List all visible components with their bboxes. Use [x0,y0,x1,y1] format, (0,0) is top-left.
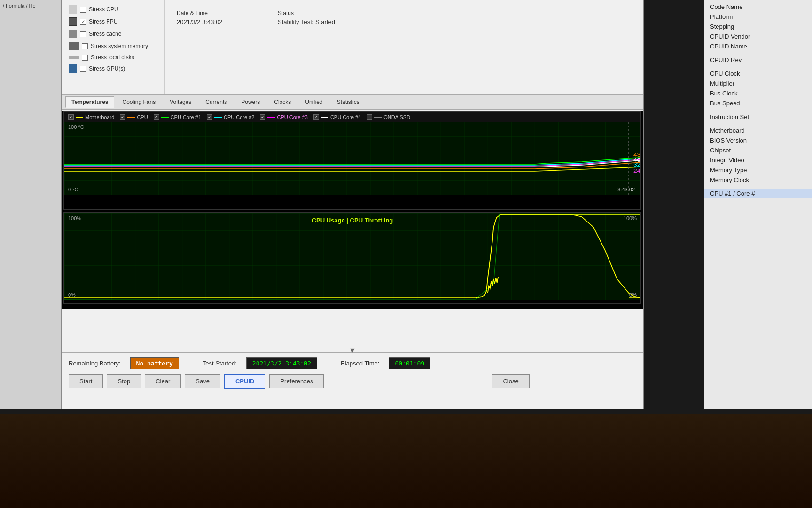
legend-motherboard-check[interactable]: ✓ [68,114,74,120]
clear-button[interactable]: Clear [145,374,181,388]
stress-item-cache[interactable]: Stress cache [69,30,157,38]
legend-cpu-check[interactable]: ✓ [120,114,125,120]
stress-memory-label: Stress system memory [91,43,148,49]
panel-sep5 [704,185,812,189]
panel-chipset: Chipset [704,145,812,155]
legend-cpu-text: CPU [137,114,148,120]
tabs-bar: Temperatures Cooling Fans Voltages Curre… [62,95,643,110]
sidebar-text: / Formula / He [0,0,61,11]
panel-cpuid-name: CPUID Name [704,41,812,51]
test-started-value: 2021/3/2 3:43:02 [246,357,317,369]
panel-multiplier: Multiplier [704,79,812,88]
background-photo [0,414,812,508]
legend-cpu-core2-color [214,117,222,118]
stress-gpu-label: Stress GPU(s) [89,65,125,72]
tab-powers[interactable]: Powers [235,96,266,108]
status-label: Status [278,10,335,16]
temperature-svg: 43 40 32 24 [64,122,640,195]
legend-cpu-core4-text: CPU Core #4 [330,114,361,120]
legend-onda-ssd[interactable]: ONDA SSD [367,114,410,120]
legend-motherboard[interactable]: ✓ Motherboard [68,114,114,120]
legend-cpu-core2-check[interactable]: ✓ [207,114,212,120]
svg-rect-0 [64,122,640,195]
legend-cpu-core4-check[interactable]: ✓ [313,114,319,120]
datetime-value: 2021/3/2 3:43:02 [177,18,632,25]
legend-onda-ssd-check[interactable] [367,114,372,120]
legend-cpu-core4-color [321,117,328,118]
stress-item-gpu[interactable]: Stress GPU(s) [69,64,157,73]
stress-memory-checkbox[interactable] [82,43,88,49]
svg-text:32: 32 [633,162,640,167]
cpuid-button[interactable]: CPUID [224,374,265,389]
tab-cooling-fans[interactable]: Cooling Fans [116,96,162,108]
panel-cpuid-rev: CPUID Rev. [704,55,812,65]
stress-cache-checkbox[interactable] [80,31,86,37]
stop-button[interactable]: Stop [107,374,141,388]
stress-item-fpu[interactable]: ✓ Stress FPU [69,17,157,26]
legend-cpu-core1-check[interactable]: ✓ [154,114,159,120]
svg-rect-6 [64,213,640,300]
tab-unified[interactable]: Unified [299,96,328,108]
legend-onda-ssd-text: ONDA SSD [383,114,410,120]
usage-svg [64,213,640,300]
legend-cpu-core3-check[interactable]: ✓ [260,114,265,120]
stress-disks-checkbox[interactable] [82,55,88,61]
legend-cpu-core3[interactable]: ✓ CPU Core #3 [260,114,307,120]
panel-platform: Platform [704,12,812,22]
stress-cache-icon [69,30,77,38]
usage-chart-container: CPU Usage | CPU Throttling 100% 0% 100% … [63,212,641,304]
stress-item-disks[interactable]: Stress local disks [69,54,157,61]
datetime-status-panel: Date & Time 2021/3/2 3:43:02 [165,0,643,94]
panel-bios-version: BIOS Version [704,135,812,145]
legend-cpu-core1[interactable]: ✓ CPU Core #1 [154,114,201,120]
stress-fpu-label: Stress FPU [89,18,117,25]
tab-clocks[interactable]: Clocks [268,96,297,108]
panel-sep1 [704,51,812,55]
usage-plot: CPU Usage | CPU Throttling 100% 0% 100% … [64,213,640,300]
stress-tests-panel: Stress CPU ✓ Stress FPU Stress cache Str… [62,0,165,94]
stress-cache-label: Stress cache [89,31,121,37]
tab-currents[interactable]: Currents [199,96,233,108]
left-sidebar: / Formula / He [0,0,61,409]
temperature-chart-container: ✓ Motherboard ✓ CPU ✓ CPU Core #1 ✓ [63,111,641,210]
legend-cpu-core1-text: CPU Core #1 [171,114,201,120]
tab-temperatures[interactable]: Temperatures [65,96,114,108]
stress-gpu-checkbox[interactable] [80,66,86,72]
panel-stepping: Stepping [704,22,812,32]
legend-cpu[interactable]: ✓ CPU [120,114,148,120]
svg-text:24: 24 [633,168,640,174]
panel-integr-video: Integr. Video [704,155,812,165]
top-section: Stress CPU ✓ Stress FPU Stress cache Str… [62,0,643,95]
stress-item-memory[interactable]: Stress system memory [69,42,157,50]
stress-cpu-checkbox[interactable] [80,7,86,13]
preferences-button[interactable]: Preferences [269,374,324,388]
panel-motherboard: Motherboard [704,126,812,135]
legend-cpu-core2[interactable]: ✓ CPU Core #2 [207,114,254,120]
status-panel: Status Stability Test: Started [278,10,335,35]
scroll-indicator: ▼ [349,346,356,355]
panel-bus-speed: Bus Speed [704,98,812,108]
legend-motherboard-text: Motherboard [85,114,114,120]
stress-fpu-checkbox[interactable]: ✓ [80,19,86,25]
panel-cpu-core: CPU #1 / Core # [704,189,812,198]
stress-item-cpu[interactable]: Stress CPU [69,5,157,14]
start-button[interactable]: Start [69,374,103,388]
tab-voltages[interactable]: Voltages [164,96,197,108]
charts-area: ✓ Motherboard ✓ CPU ✓ CPU Core #1 ✓ [62,111,643,309]
elapsed-value: 00:01:09 [389,357,430,369]
temperature-plot: 100 °C 0 °C 3:43:02 [64,122,640,195]
legend-cpu-core1-color [161,117,169,118]
panel-cpuid-vendor: CPUID Vendor [704,32,812,41]
datetime-label: Date & Time [177,10,632,16]
status-row: Remaining Battery: No battery Test Start… [69,357,636,369]
buttons-row: Start Stop Clear Save CPUID Preferences … [69,374,636,389]
panel-bus-clock: Bus Clock [704,88,812,98]
stress-disks-label: Stress local disks [91,54,134,61]
close-button[interactable]: Close [492,374,529,388]
save-button[interactable]: Save [185,374,220,388]
legend-cpu-core2-text: CPU Core #2 [224,114,254,120]
tab-statistics[interactable]: Statistics [331,96,366,108]
panel-sep4 [704,122,812,126]
legend-cpu-color [127,117,135,118]
legend-cpu-core4[interactable]: ✓ CPU Core #4 [313,114,361,120]
